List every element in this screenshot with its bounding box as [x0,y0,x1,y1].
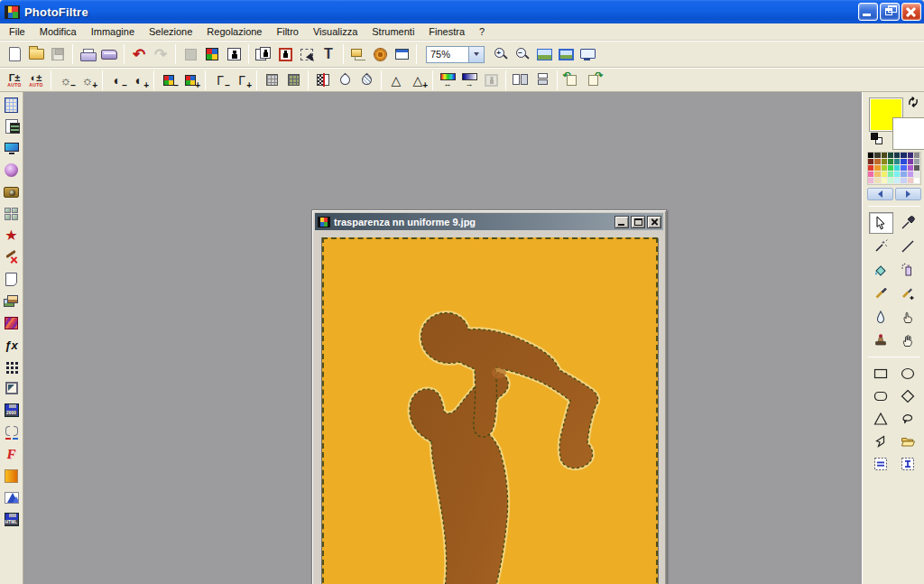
zoom-value[interactable]: 75% [426,46,469,63]
palette-next-button[interactable] [895,188,921,200]
menu-finestra[interactable]: Finestra [421,24,472,39]
auto-levels-icon[interactable]: Γ±AUTO [4,70,25,91]
palette-swatch[interactable] [868,171,874,178]
module-frame-icon[interactable] [3,380,20,396]
print-icon[interactable] [77,43,98,65]
image-canvas[interactable] [322,237,658,584]
frame-effect-icon[interactable] [480,70,502,91]
tool-clone-stamp[interactable] [869,329,893,351]
full-size-icon[interactable] [555,43,577,65]
negative-icon[interactable] [312,70,334,91]
gamma-plus-icon[interactable]: Γ+ [231,70,253,91]
flip-vertical-icon[interactable] [531,70,553,91]
tool-magic-wand[interactable] [869,236,893,257]
module-notes-icon[interactable] [3,272,20,288]
text-tool-icon[interactable]: T [318,43,339,65]
redo-icon[interactable]: ↷ [150,43,171,65]
module-screen-capture-icon[interactable] [3,140,20,156]
menu-modifica[interactable]: Modifica [32,24,84,39]
tool-line[interactable] [896,236,920,257]
palette-swatch[interactable] [874,153,881,159]
zoom-dropdown-button[interactable] [469,46,485,63]
palette-swatch[interactable] [868,165,874,171]
module-camera-import-icon[interactable] [3,184,20,200]
selection-diamond[interactable] [897,387,919,405]
selection-rounded-rectangle[interactable] [870,387,892,405]
selection-display-cursor[interactable] [897,455,919,473]
hue-shift-icon[interactable]: ↔ [437,70,458,91]
saturation-plus-icon[interactable]: + [180,70,201,91]
palette-swatch[interactable] [868,153,874,159]
new-file-icon[interactable] [4,43,25,65]
minimize-button[interactable] [858,3,878,21]
module-compress-icon[interactable] [3,424,20,440]
selection-polygon[interactable] [870,432,892,450]
palette-swatch[interactable] [908,178,914,184]
image-mode-icon[interactable] [223,43,245,65]
gray-levels-icon[interactable] [180,43,201,65]
scan-icon[interactable] [98,43,120,65]
palette-swatch[interactable] [882,178,888,184]
menu-visualizza[interactable]: Visualizza [306,24,365,39]
module-pattern-icon[interactable] [3,358,20,375]
fullscreen-icon[interactable] [577,43,598,65]
mosaic-color-icon[interactable] [282,70,304,91]
background-color-swatch[interactable] [892,117,924,150]
selection-display-options[interactable] [870,455,892,473]
brightness-plus-icon[interactable]: ☼+ [77,70,98,91]
palette-swatch[interactable] [901,178,907,184]
palette-swatch[interactable] [901,153,907,159]
palette-swatch[interactable] [882,159,888,165]
palette-swatch[interactable] [868,159,874,165]
undo-icon[interactable]: ↶ [128,43,150,65]
document-maximize-button[interactable] [631,216,645,228]
palette-swatch[interactable] [888,153,894,159]
rotate-left-icon[interactable]: ↶ [561,70,583,91]
palette-swatch[interactable] [882,165,888,171]
palette-swatch[interactable] [882,153,888,159]
palette-swatch[interactable] [914,153,920,159]
module-texture-icon[interactable] [3,315,20,331]
palette-swatch[interactable] [894,171,901,178]
zoom-out-icon[interactable]: − [512,43,533,65]
palette-swatch[interactable] [894,165,901,171]
duplicate-image-icon[interactable] [253,43,274,65]
selection-lasso[interactable] [897,410,919,428]
blur-more-icon[interactable] [356,70,377,91]
color-palette-icon[interactable] [201,43,223,65]
tool-smudge[interactable] [896,306,920,328]
gradient-icon[interactable]: → [458,70,480,91]
palette-swatch[interactable] [868,178,874,184]
palette-swatch[interactable] [874,159,881,165]
rotate-right-icon[interactable]: ↷ [583,70,605,91]
palette-swatch[interactable] [874,165,881,171]
zoom-in-icon[interactable]: + [490,43,512,65]
module-save-html-icon[interactable]: HTML [3,512,20,528]
palette-swatch[interactable] [888,178,894,184]
palette-swatch[interactable] [914,165,920,171]
close-button[interactable] [901,3,921,21]
menu-immagine[interactable]: Immagine [84,24,142,39]
selection-rectangle[interactable] [870,365,892,383]
palette-swatch[interactable] [914,171,920,178]
image-size-icon[interactable] [274,43,296,65]
brightness-minus-icon[interactable]: ☼− [55,70,77,91]
module-image-browser-icon[interactable] [3,293,20,310]
selection-load[interactable] [897,432,919,450]
tool-fill[interactable] [869,259,893,281]
menu-selezione[interactable]: Selezione [142,24,199,39]
palette-swatch[interactable] [901,171,907,178]
palette-swatch[interactable] [894,178,901,184]
module-save-2000-icon[interactable]: 2000 [3,403,20,419]
palette-swatch[interactable] [874,171,881,178]
mosaic-gray-icon[interactable] [261,70,282,91]
palette-swatch[interactable] [888,171,894,178]
selection-triangle[interactable] [870,410,892,428]
palette-swatch[interactable] [888,165,894,171]
palette-swatch[interactable] [882,171,888,178]
restore-button[interactable] [880,3,900,21]
menu-?[interactable]: ? [472,24,492,39]
palette-swatch[interactable] [901,165,907,171]
palette-swatch[interactable] [901,159,907,165]
fit-image-icon[interactable] [533,43,555,65]
